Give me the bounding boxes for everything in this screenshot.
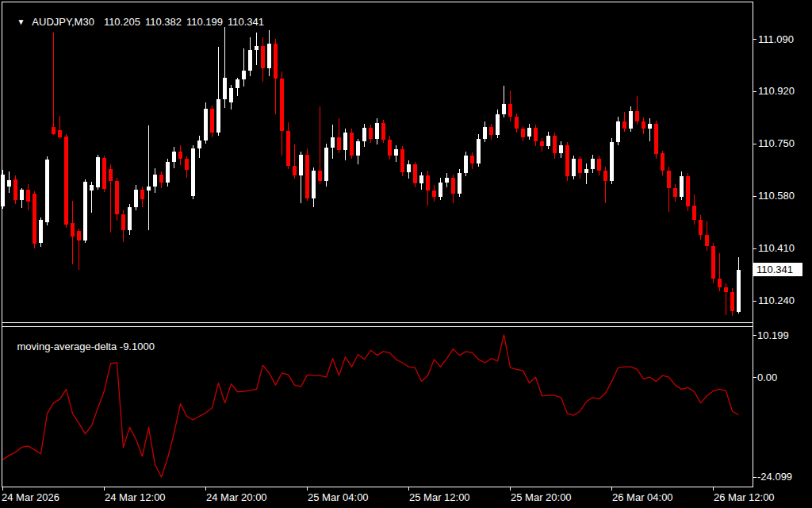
time-axis-label: 25 Mar 20:00 <box>511 491 572 503</box>
price-axis-label: 110.580 <box>758 190 795 202</box>
symbol-dropdown-icon[interactable]: ▼ <box>17 17 25 26</box>
time-axis-label: 24 Mar 20:00 <box>206 491 267 503</box>
time-axis-label: 24 Mar 2026 <box>2 491 59 503</box>
indicator-axis-label: -24.099 <box>757 471 792 483</box>
time-axis-label: 24 Mar 12:00 <box>105 491 166 503</box>
bar-close-value: 110.341 <box>228 16 264 28</box>
price-axis-label: 110.240 <box>758 294 795 306</box>
indicator-axis-label: 0.00 <box>757 371 777 383</box>
current-price-tag: 110.341 <box>753 263 802 276</box>
time-axis-label: 26 Mar 12:00 <box>714 491 775 503</box>
time-axis-label: 25 Mar 04:00 <box>308 491 369 503</box>
bar-high-value: 110.382 <box>145 16 182 28</box>
price-axis-label: 110.750 <box>758 137 795 149</box>
price-axis-label: 111.090 <box>758 33 794 45</box>
indicator-name: moving-average-delta <box>17 341 117 352</box>
symbol-timeframe-label: AUDJPY,M30 <box>32 16 94 28</box>
chart-canvas[interactable] <box>0 0 812 508</box>
chart-header: ▼AUDJPY,M30110.205110.382110.199110.341 <box>6 4 269 40</box>
mt4-chart-window: ▼AUDJPY,M30110.205110.382110.199110.341 … <box>0 0 812 508</box>
bar-open-value: 110.205 <box>104 16 140 28</box>
time-axis-label: 25 Mar 12:00 <box>409 491 470 503</box>
price-axis-label: 110.410 <box>758 242 795 254</box>
bar-low-value: 110.199 <box>186 16 223 28</box>
time-axis-label: 26 Mar 04:00 <box>612 491 673 503</box>
indicator-header: moving-average-delta -9.1000 <box>6 329 155 364</box>
price-axis-label: 110.920 <box>758 85 795 97</box>
indicator-value: -9.1000 <box>120 341 155 352</box>
indicator-axis-label: 10.199 <box>757 329 789 341</box>
